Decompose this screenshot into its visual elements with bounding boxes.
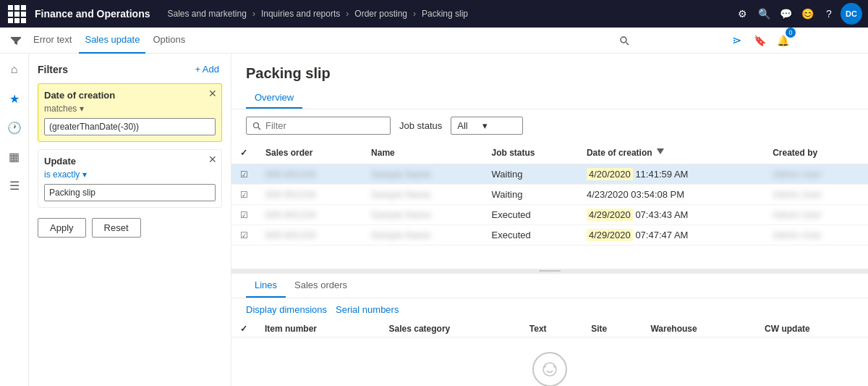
job-status-dropdown[interactable]: All ▾ (451, 117, 523, 135)
sidebar-recent-icon[interactable]: 🕐 (1, 114, 27, 140)
filter-block-update-label: Update (44, 156, 216, 167)
col-job-status: Job status (483, 142, 578, 164)
table-row[interactable]: ☑ 000-001234 Sample Name Waiting 4/23/20… (231, 185, 868, 205)
row-created-by: Admin User (764, 225, 868, 246)
settings-icon[interactable]: ⚙ (732, 4, 752, 24)
nav-search[interactable] (619, 35, 719, 46)
row-sales-order: 000-001234 (257, 205, 362, 225)
filter-block-update-exactly[interactable]: is exactly ▾ (44, 169, 216, 180)
nav-item-options[interactable]: Options (147, 28, 191, 54)
chat-icon[interactable]: 💬 (775, 4, 796, 24)
tab-overview[interactable]: Overview (246, 88, 302, 109)
refresh-icon[interactable]: ↻ (796, 30, 816, 51)
breadcrumb-item-1[interactable]: Sales and marketing (167, 9, 246, 19)
help-icon[interactable]: ? (819, 4, 839, 24)
row-check[interactable]: ☑ (231, 164, 257, 185)
table-row[interactable]: ☑ 000-001234 Sample Name Executed 4/29/2… (231, 205, 868, 225)
table-filter-input[interactable] (265, 120, 381, 131)
nav-item-error-text[interactable]: Error text (27, 28, 77, 54)
bottom-table: ✓ Item number Sales category Text Site W… (231, 321, 868, 337)
apps-menu-button[interactable] (6, 3, 27, 25)
col-created-by: Created by (764, 142, 868, 164)
link-icon[interactable]: ⋗ (726, 30, 746, 51)
sidebar-favorites-icon[interactable]: ★ (1, 85, 27, 112)
breadcrumb: Sales and marketing › Inquiries and repo… (164, 9, 732, 19)
display-dimensions-link[interactable]: Display dimensions (246, 304, 327, 315)
close-icon[interactable]: ✕ (842, 30, 862, 51)
sidebar-modules-icon[interactable]: ☰ (1, 172, 27, 198)
row-check[interactable]: ☑ (231, 185, 257, 205)
left-sidebar: ⌂ ★ 🕐 ▦ ☰ (0, 54, 29, 386)
notification-badge: 0 (786, 28, 796, 38)
sidebar-workspaces-icon[interactable]: ▦ (1, 143, 27, 169)
row-check[interactable]: ☑ (231, 225, 257, 246)
bottom-tab-lines[interactable]: Lines (246, 274, 286, 298)
row-job-status: Waiting (483, 164, 578, 185)
row-job-status: Waiting (483, 185, 578, 205)
bottom-col-category: Sales category (380, 321, 521, 337)
filter-toggle-icon[interactable] (6, 30, 26, 51)
col-sales-order: Sales order (257, 142, 362, 164)
bottom-col-cw: CW update (756, 321, 868, 337)
row-job-status: Executed (483, 205, 578, 225)
row-name: Sample Name (362, 185, 482, 205)
svg-marker-4 (657, 148, 664, 154)
date-value: 4/29/2020 (587, 229, 633, 241)
row-created-by: Admin User (764, 205, 868, 225)
bottom-col-warehouse: Warehouse (642, 321, 756, 337)
search-icon[interactable]: 🔍 (754, 4, 774, 24)
main-layout: ⌂ ★ 🕐 ▦ ☰ Filters + Add ✕ Date of creati… (0, 54, 868, 386)
filter-block-date-close-button[interactable]: ✕ (208, 88, 217, 98)
bookmark-icon[interactable]: 🔖 (749, 30, 770, 51)
bottom-col-check: ✓ (231, 321, 256, 337)
breadcrumb-item-2[interactable]: Inquiries and reports (261, 9, 340, 19)
main-content: Packing slip Overview Job status All ▾ (231, 54, 868, 386)
filter-block-date: ✕ Date of creation matches ▾ (38, 83, 222, 142)
bottom-col-site: Site (582, 321, 642, 337)
nav-item-sales-update[interactable]: Sales update (79, 28, 145, 54)
date-value: 4/20/2020 (587, 168, 633, 180)
page-tabs: Overview (246, 88, 854, 109)
table-row[interactable]: ☑ 000-001234 Sample Name Waiting 4/20/20… (231, 164, 868, 185)
filter-date-input[interactable] (44, 118, 216, 135)
page-title: Packing slip (246, 65, 854, 82)
filter-block-date-label: Date of creation (44, 90, 216, 101)
reset-button[interactable]: Reset (92, 218, 141, 238)
main-table-container[interactable]: ✓ Sales order Name Job status Date of cr… (231, 142, 868, 269)
emoji-icon[interactable]: 😊 (797, 4, 817, 24)
row-name: Sample Name (362, 205, 482, 225)
filter-block-date-matches[interactable]: matches ▾ (44, 104, 216, 114)
notification-icon[interactable]: 🔔 0 (773, 30, 793, 51)
row-date-creation: 4/23/2020 03:54:08 PM (578, 185, 764, 205)
row-name: Sample Name (362, 164, 482, 185)
filter-panel: Filters + Add ✕ Date of creation matches… (29, 54, 231, 386)
bottom-section: Lines Sales orders Display dimensions Se… (231, 273, 868, 386)
col-date-creation: Date of creation (578, 142, 764, 164)
svg-point-5 (543, 363, 556, 376)
user-avatar[interactable]: DC (841, 3, 862, 25)
empty-state-icon (532, 352, 567, 386)
breadcrumb-sep-1: › (252, 9, 255, 19)
svg-point-2 (254, 122, 259, 127)
filter-update-input[interactable] (44, 184, 216, 201)
row-created-by: Admin User (764, 185, 868, 205)
row-check[interactable]: ☑ (231, 205, 257, 225)
breadcrumb-item-3[interactable]: Order posting (354, 9, 407, 19)
apply-button[interactable]: Apply (38, 218, 86, 238)
secondary-nav: Error text Sales update Options ⋗ 🔖 🔔 0 … (0, 28, 868, 54)
serial-numbers-link[interactable]: Serial numbers (336, 304, 399, 315)
add-filter-button[interactable]: + Add (192, 62, 222, 76)
open-in-new-icon[interactable]: ⬡ (819, 30, 839, 51)
table-filter-box[interactable] (246, 117, 391, 135)
table-row[interactable]: ☑ 000-001234 Sample Name Executed 4/29/2… (231, 225, 868, 246)
filter-block-update-close-button[interactable]: ✕ (208, 154, 217, 164)
secondary-nav-search-input[interactable] (632, 35, 719, 46)
filter-actions: Apply Reset (38, 218, 222, 238)
filter-panel-title: Filters (38, 64, 68, 75)
bottom-table-header-row: ✓ Item number Sales category Text Site W… (231, 321, 868, 337)
sidebar-home-icon[interactable]: ⌂ (1, 56, 27, 83)
empty-state: We didn't find anything to show here. (231, 337, 868, 386)
breadcrumb-item-4[interactable]: Packing slip (422, 9, 468, 19)
bottom-tab-sales-orders[interactable]: Sales orders (286, 274, 356, 298)
row-date-creation: 4/29/2020 07:47:47 AM (578, 225, 764, 246)
